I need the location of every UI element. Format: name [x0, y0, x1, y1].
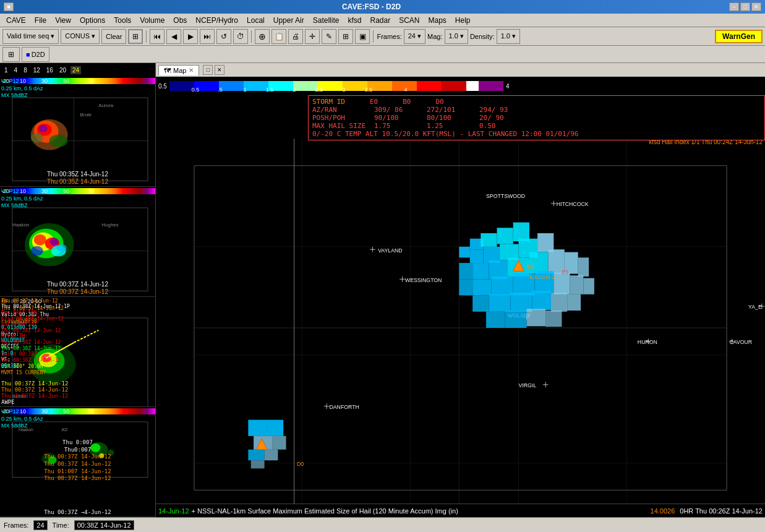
svg-text:HITCHCOCK: HITCHCOCK	[557, 201, 589, 207]
minimize-button[interactable]: −	[729, 2, 739, 11]
panel-2-ts2: Thu 00:37Z 14-Jun-12	[0, 288, 155, 295]
svg-rect-93	[489, 260, 508, 280]
menu-local[interactable]: Local	[243, 15, 268, 26]
valid-time-seq-button[interactable]: Valid time seq ▾	[2, 29, 59, 44]
svg-text:Hughes: Hughes	[101, 222, 118, 228]
print-button[interactable]: 🖨	[288, 29, 303, 44]
svg-rect-109	[510, 293, 532, 312]
main-map-svg[interactable]: HITCHCOCK CARPENTER SPOTTSWOOD VAYLAND W…	[156, 139, 765, 517]
frames-value-button[interactable]: 24 ▾	[404, 29, 425, 44]
panel-4-info: VCP12 0.25 km, 0.5 dAz MX 58dBZ	[1, 408, 43, 430]
mag-value-button[interactable]: 1.0 ▾	[445, 29, 468, 44]
measure-button[interactable]: ✛	[305, 29, 320, 44]
frame-8[interactable]: 8	[22, 66, 29, 74]
map-tab-close[interactable]: ✕	[189, 67, 194, 74]
play-button[interactable]: ⏱	[233, 29, 248, 44]
menu-maps[interactable]: Maps	[425, 15, 450, 26]
map-tab[interactable]: 🗺 Map ✕	[158, 65, 199, 75]
map-close-button[interactable]: ✕	[215, 65, 224, 75]
loop-button[interactable]: ↺	[216, 29, 231, 44]
frame-select-icon[interactable]: ⊞	[128, 29, 143, 44]
warngen-button[interactable]: WarnGen	[715, 30, 763, 43]
map-status-bar: 14-Jun-12 + NSSL-NAL-1km Surface Maximum…	[156, 504, 765, 517]
clear-button[interactable]: Clear	[101, 29, 126, 44]
grid-button[interactable]: ⊞	[338, 29, 353, 44]
svg-rect-115	[527, 309, 546, 326]
multiview-button[interactable]: ▣	[355, 29, 370, 44]
main-content: 1 4 8 12 16 20 24 -20 10 30 50 70	[0, 63, 765, 517]
radar-panel-4[interactable]: -20 10 30 50 70 Haakon AD	[0, 407, 155, 517]
map-icon: 🗺	[164, 67, 171, 74]
next-frame-button[interactable]: ▶	[183, 29, 198, 44]
svg-text:SPOTTSWOOD: SPOTTSWOOD	[486, 193, 525, 199]
map-date: 14-Jun-12	[158, 507, 189, 515]
radar-panel-2[interactable]: -20 10 30 50 70	[0, 187, 155, 297]
panel-2-mx: MX 58dBZ	[1, 202, 28, 208]
density-value-button[interactable]: 1.0 ▾	[497, 29, 520, 44]
menu-file[interactable]: File	[31, 15, 50, 26]
svg-rect-81	[459, 247, 469, 257]
menu-view[interactable]: View	[51, 15, 75, 26]
zoom-in-button[interactable]: ⊕	[255, 29, 270, 44]
close-button[interactable]: ✕	[751, 2, 761, 11]
menu-radar[interactable]: Radar	[366, 15, 394, 26]
maximize-button[interactable]: □	[740, 2, 750, 11]
svg-rect-101	[492, 277, 513, 296]
window-controls[interactable]: ■	[4, 2, 14, 11]
panel-1-res: 0.25 km, 0.5 dAz	[1, 85, 43, 92]
panel-layout-button[interactable]: ⊞	[2, 47, 20, 62]
menu-scan[interactable]: SCAN	[395, 15, 423, 26]
screenshot-button[interactable]: 📋	[271, 29, 286, 44]
radar-panel-3[interactable]: RF 80 20 20 50 Hughes Buffalo	[0, 297, 155, 407]
win-buttons[interactable]: − □ ✕	[729, 2, 761, 11]
frames-label: Frames:	[4, 521, 28, 529]
panel-1-vcp: VCP12	[1, 78, 19, 84]
menu-help[interactable]: Help	[451, 15, 474, 26]
menu-satellite[interactable]: Satellite	[309, 15, 343, 26]
menu-cave[interactable]: CAVE	[2, 15, 30, 26]
conus-button[interactable]: CONUS ▾	[61, 29, 100, 44]
menu-kfsd[interactable]: kfsd	[344, 15, 365, 26]
panel-4-mx: MX 58dBZ	[1, 423, 28, 429]
panel-2-info: VCP12 0.25 km, 0.5 dAz MX 58dBZ	[1, 188, 43, 210]
first-frame-button[interactable]: ⏮	[150, 29, 165, 44]
svg-rect-126	[251, 460, 265, 468]
svg-rect-108	[489, 294, 510, 312]
svg-point-15	[57, 244, 67, 252]
toolbar-2: ⊞ ■ D2D	[0, 46, 765, 63]
scale-right-label: 4	[503, 83, 512, 90]
panel-1-ts2: Thu 00:35Z 14-Jun-12	[0, 178, 155, 185]
panel-2-vcp: VCP12	[1, 188, 19, 194]
map-canvas[interactable]: 0.5 4	[156, 77, 765, 517]
svg-rect-123	[273, 436, 286, 450]
d2d-button[interactable]: ■ D2D	[22, 47, 49, 62]
svg-text:YA_E: YA_E	[748, 304, 762, 310]
svg-rect-124	[248, 450, 264, 460]
frame-20[interactable]: 20	[58, 66, 68, 74]
radar-panel-1[interactable]: -20 10 30 50 70	[0, 77, 155, 187]
map-tab-bar: 🗺 Map ✕ □ ✕	[156, 63, 765, 77]
svg-text:KADIAM 2: KADIAM 2	[529, 274, 555, 280]
menu-upper-air[interactable]: Upper Air	[270, 15, 308, 26]
menu-volume[interactable]: Volume	[136, 15, 168, 26]
panel-2-res: 0.25 km, 0.5 dAz	[1, 195, 43, 202]
frame-16[interactable]: 16	[45, 66, 55, 74]
menu-obs[interactable]: Obs	[169, 15, 190, 26]
frame-12[interactable]: 12	[32, 66, 42, 74]
mag-label: Mag:	[427, 33, 442, 40]
scale-left-label: 0.5	[156, 83, 169, 90]
svg-rect-92	[472, 263, 489, 279]
panel-1-info: VCP12 0.25 km, 0.5 dAz MX 58dBZ	[1, 78, 43, 100]
svg-rect-100	[472, 279, 492, 295]
prev-frame-button[interactable]: ◀	[166, 29, 181, 44]
menu-options[interactable]: Options	[76, 15, 109, 26]
frame-1[interactable]: 1	[2, 66, 10, 74]
frame-24[interactable]: 24	[71, 66, 81, 74]
menu-tools[interactable]: Tools	[110, 15, 135, 26]
menu-ncep-hydro[interactable]: NCEP/Hydro	[192, 15, 242, 26]
svg-text:E5: E5	[562, 269, 568, 275]
last-frame-button[interactable]: ⏭	[200, 29, 215, 44]
draw-button[interactable]: ✎	[322, 29, 336, 44]
map-restore-button[interactable]: □	[203, 65, 213, 75]
frame-4[interactable]: 4	[12, 66, 20, 74]
